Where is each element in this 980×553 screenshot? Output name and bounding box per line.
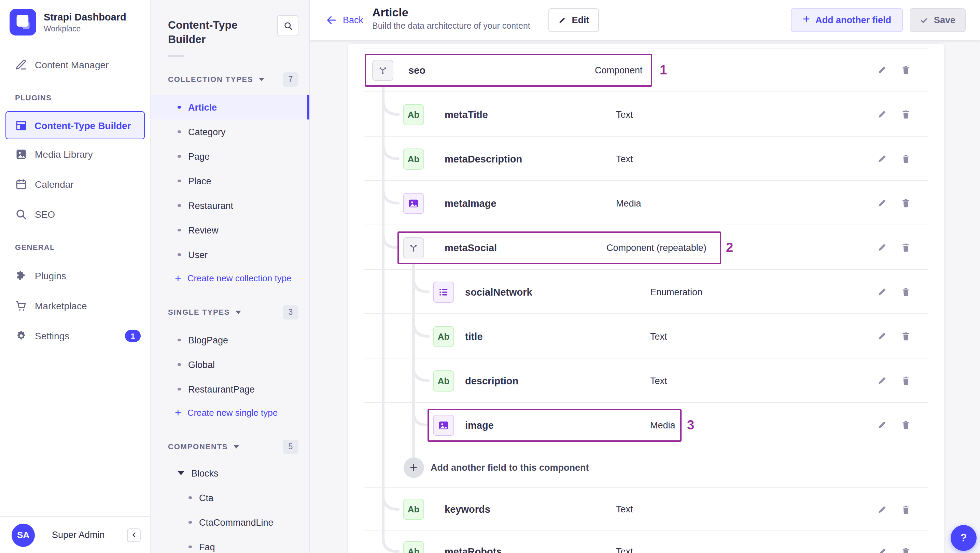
create-collection-type-link[interactable]: + Create new collection type	[151, 267, 309, 289]
sidebar-item[interactable]: SEO	[0, 199, 150, 229]
search-button[interactable]	[277, 15, 298, 36]
field-row[interactable]: Ab keywords Text	[348, 488, 944, 531]
save-button[interactable]: Save	[910, 8, 966, 32]
back-link[interactable]: Back	[326, 0, 363, 40]
field-row[interactable]: metaImage Media	[348, 181, 944, 225]
field-name: metaRobots	[445, 546, 502, 553]
collection-type-label: Page	[188, 151, 210, 162]
trash-icon	[900, 242, 911, 253]
collection-type-label: Review	[188, 225, 218, 235]
plus-icon: +	[803, 12, 810, 27]
field-row[interactable]: Ab description Text	[348, 358, 944, 403]
collection-type-label: Category	[188, 127, 226, 137]
collection-types-header[interactable]: COLLECTION TYPES 7	[168, 71, 298, 87]
single-type-label: RestaurantPage	[188, 384, 255, 394]
trash-icon	[900, 65, 911, 75]
edit-field-button[interactable]	[875, 329, 888, 343]
component-label: Faq	[199, 542, 215, 552]
field-row[interactable]: metaSocial Component (repeatable) 2	[348, 225, 944, 270]
edit-field-button[interactable]	[875, 545, 888, 553]
sidebar-item[interactable]: Calendar	[0, 169, 150, 199]
field-row[interactable]: Ab metaDescription Text	[348, 137, 944, 181]
delete-field-button[interactable]	[899, 152, 912, 165]
plus-icon[interactable]: +	[403, 458, 424, 478]
field-type: Text	[616, 109, 633, 119]
bullet-icon	[188, 545, 192, 548]
collection-type-item[interactable]: Restaurant	[151, 193, 309, 218]
component-item[interactable]: Cta	[151, 485, 309, 510]
delete-field-button[interactable]	[899, 502, 912, 516]
nav-section-general: GENERAL	[0, 239, 150, 255]
edit-field-button[interactable]	[875, 152, 888, 165]
delete-field-button[interactable]	[899, 374, 912, 388]
delete-field-button[interactable]	[899, 545, 912, 553]
edit-field-button[interactable]	[875, 196, 888, 210]
edit-field-button[interactable]	[875, 241, 888, 254]
field-row[interactable]: socialNetwork Enumeration	[348, 270, 944, 314]
sidebar-item[interactable]: Settings 1	[0, 321, 150, 351]
field-type: Text	[650, 331, 667, 342]
single-type-item[interactable]: Global	[151, 352, 309, 377]
collection-type-item[interactable]: Review	[151, 218, 309, 242]
collection-type-item[interactable]: User	[151, 242, 309, 267]
sidebar-item[interactable]: Content-Type Builder	[5, 111, 145, 139]
main-sidebar: Strapi Dashboard Workplace Content Manag…	[0, 0, 151, 553]
annotation-number: 2	[726, 240, 733, 255]
single-type-item[interactable]: RestaurantPage	[151, 377, 309, 401]
field-name: title	[465, 331, 483, 342]
content-type-builder-icon	[15, 119, 27, 132]
divider	[168, 55, 185, 57]
field-name: socialNetwork	[465, 286, 532, 297]
component-item[interactable]: Faq	[151, 535, 309, 553]
create-single-type-link[interactable]: + Create new single type	[151, 401, 309, 424]
chevron-left-icon	[130, 531, 138, 539]
component-icon	[372, 59, 393, 81]
field-rows: seo Component 1 Ab metaTitle Text	[348, 48, 944, 553]
add-another-field-button[interactable]: + Add another field	[791, 8, 903, 32]
field-row[interactable]: image Media 3	[348, 403, 944, 447]
component-item[interactable]: CtaCommandLine	[151, 510, 309, 535]
sidebar-item[interactable]: Content Manager	[0, 50, 150, 80]
delete-field-button[interactable]	[899, 329, 912, 343]
workspace-label: Workplace	[44, 24, 126, 32]
components-header[interactable]: COMPONENTS 5	[168, 438, 298, 455]
delete-field-button[interactable]	[899, 108, 912, 121]
edit-field-button[interactable]	[875, 285, 888, 299]
content-manager-icon	[15, 59, 27, 71]
edit-field-button[interactable]	[875, 418, 888, 432]
collapse-sidebar-button[interactable]	[127, 528, 141, 542]
field-row[interactable]: seo Component 1	[348, 48, 944, 92]
nav-section-plugins: PLUGINS	[0, 89, 150, 106]
edit-field-button[interactable]	[875, 374, 888, 388]
sidebar-item[interactable]: Marketplace	[0, 291, 150, 321]
single-types-header[interactable]: SINGLE TYPES 3	[168, 304, 298, 320]
field-row[interactable]: Ab metaTitle Text	[348, 92, 944, 137]
edit-field-button[interactable]	[875, 502, 888, 516]
collection-type-item[interactable]: Article	[151, 95, 309, 119]
collection-type-item[interactable]: Place	[151, 168, 309, 193]
collection-type-item[interactable]: Category	[151, 119, 309, 144]
edit-field-button[interactable]	[875, 108, 888, 121]
sidebar-item[interactable]: Media Library	[0, 139, 150, 169]
sidebar-badge: 1	[125, 330, 141, 342]
avatar[interactable]: SA	[12, 523, 35, 547]
field-row[interactable]: Ab metaRobots Text	[348, 531, 944, 553]
collection-type-item[interactable]: Page	[151, 144, 309, 168]
delete-field-button[interactable]	[899, 418, 912, 432]
edit-button[interactable]: Edit	[548, 8, 599, 32]
pencil-icon	[877, 375, 887, 386]
single-type-item[interactable]: BlogPage	[151, 328, 309, 352]
calendar-icon	[15, 178, 27, 191]
field-row[interactable]: Ab title Text	[348, 314, 944, 358]
component-label: Cta	[199, 493, 213, 503]
sidebar-item[interactable]: Plugins	[0, 261, 150, 291]
delete-field-button[interactable]	[899, 241, 912, 254]
add-field-to-component-row[interactable]: + Add another field to this component	[348, 447, 944, 488]
help-button[interactable]: ?	[951, 525, 977, 551]
delete-field-button[interactable]	[899, 196, 912, 210]
annotation-number: 1	[660, 62, 667, 78]
delete-field-button[interactable]	[899, 285, 912, 299]
delete-field-button[interactable]	[899, 63, 912, 77]
edit-field-button[interactable]	[875, 63, 888, 77]
components-group-blocks[interactable]: Blocks	[151, 461, 309, 485]
